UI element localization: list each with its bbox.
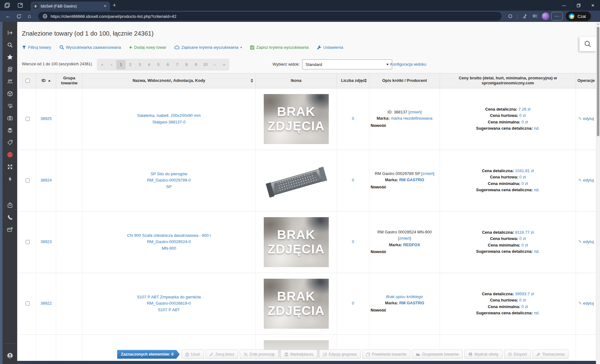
window-close-button[interactable]: ✕ — [586, 0, 600, 11]
row-checkbox[interactable] — [26, 302, 30, 306]
row-checkbox[interactable] — [26, 178, 30, 182]
price-hurt[interactable]: 0 zł — [519, 236, 526, 241]
scrollbar-thumb[interactable] — [597, 27, 599, 136]
vertical-scrollbar[interactable]: ▲ — [596, 22, 600, 364]
edit-button[interactable]: ✎edytuj — [578, 239, 594, 245]
page-next-button[interactable]: › — [210, 60, 219, 69]
browser-apps-icon[interactable] — [7, 226, 13, 233]
regions-globe-icon[interactable] — [7, 151, 13, 158]
favorites-star-icon[interactable] — [7, 54, 13, 61]
profile-avatar[interactable] — [541, 12, 551, 21]
orders-list-icon[interactable] — [7, 102, 13, 109]
extensions-icon[interactable] — [505, 12, 515, 21]
fullscreen-arrows-icon[interactable] — [7, 163, 13, 170]
edit-button[interactable]: ✎edytuj — [578, 177, 594, 183]
browser-tab[interactable]: IdoSell (F&B Gastro) ✕ — [31, 2, 110, 11]
page-button-4[interactable]: 4 — [144, 60, 154, 69]
brand-link[interactable]: REDFOX — [403, 242, 420, 247]
row-checkbox[interactable] — [26, 240, 30, 244]
tag-icon[interactable] — [7, 139, 13, 146]
no-photo-image[interactable]: BRAKZDJĘCIA — [264, 217, 329, 267]
quick-search-button[interactable] — [579, 37, 596, 51]
product-code2-link[interactable]: MN-900 — [162, 245, 176, 252]
tab-close-icon[interactable]: ✕ — [103, 4, 108, 8]
saved-criteria-link[interactable]: Zapisane kryteria wyszukiwania ▾ — [174, 45, 242, 50]
product-id-link[interactable]: 38923 — [40, 239, 52, 245]
photos-count-link[interactable]: 0 — [352, 177, 354, 183]
save-criteria-link[interactable]: Zapisz kryteria wyszukiwania — [250, 45, 309, 50]
search-icon[interactable] — [7, 42, 13, 48]
layers-icon[interactable] — [7, 127, 13, 134]
page-button-6[interactable]: 6 — [163, 60, 172, 69]
media-camera-icon[interactable] — [7, 115, 13, 122]
photos-count-link[interactable]: 0 — [352, 239, 354, 245]
favorites-icon[interactable] — [530, 12, 540, 21]
page-button-10[interactable]: 10 — [201, 60, 210, 69]
page-button-3[interactable]: 3 — [135, 60, 144, 69]
add-product-link[interactable]: + Dodaj nowy towar — [129, 45, 166, 50]
window-restore-button[interactable] — [571, 0, 586, 11]
window-minimize-button[interactable]: — — [557, 0, 571, 11]
export-button[interactable]: Eksport — [504, 350, 531, 359]
new-tab-button[interactable]: + — [110, 1, 119, 10]
sort-both-icon[interactable] — [364, 79, 367, 82]
marketplaces-button[interactable]: Marketplaces — [280, 350, 318, 359]
phone-icon[interactable] — [7, 214, 13, 221]
sort-both-icon[interactable] — [251, 79, 253, 82]
change-link[interactable]: zmień — [410, 110, 421, 114]
price-sug[interactable]: nd. — [534, 126, 539, 131]
page-last-button[interactable]: » — [219, 60, 229, 69]
header-name[interactable]: Nazwa, Widoczność, Adnotacja, Kody — [82, 73, 256, 88]
page-button-8[interactable]: 8 — [182, 60, 191, 69]
product-id-link[interactable]: 38922 — [40, 300, 52, 307]
brand-link[interactable]: RM GASTRO — [399, 177, 424, 182]
copilot-chat-button[interactable]: Czat — [566, 12, 591, 21]
group-products-button[interactable]: Grupowanie towarów — [412, 350, 462, 359]
view-config-link[interactable]: Konfiguracja widoku — [390, 62, 426, 67]
price-detal[interactable]: 7.26 zł — [518, 107, 530, 112]
finances-coins-icon[interactable] — [7, 66, 13, 73]
zero-quantities-button[interactable]: Zeruj ilości — [206, 350, 238, 359]
make-promotion-button[interactable]: Zrób promocję — [240, 350, 279, 359]
translations-button[interactable]: Tłumaczenia — [532, 350, 568, 359]
delete-button[interactable]: Usuń — [181, 350, 204, 359]
products-box-icon[interactable] — [7, 90, 13, 97]
tab-overview-icon[interactable] — [15, 1, 26, 10]
change-link[interactable]: zmień — [399, 236, 410, 241]
shop-bag-icon[interactable] — [7, 202, 13, 209]
page-button-2[interactable]: 2 — [126, 60, 135, 69]
no-photo-image[interactable]: BRAKZDJĘCIA — [264, 279, 329, 329]
header-id[interactable]: ID — [36, 73, 56, 88]
price-sug[interactable]: nd. — [534, 187, 539, 192]
page-button-1[interactable]: 1 — [116, 60, 126, 69]
url-text[interactable]: https://client66666.idosell.com/panel/pr… — [51, 14, 177, 19]
product-code-link[interactable]: RM_Gastro-00026819-0 — [147, 300, 191, 307]
expand-sidebar-icon[interactable] — [7, 29, 13, 36]
product-code-link[interactable]: RM_Gastro-00028524-0 — [147, 239, 191, 245]
browser-essentials-icon[interactable] — [519, 12, 529, 21]
page-button-7[interactable]: 7 — [172, 60, 182, 69]
product-code-link[interactable]: RM_Gastro-00029789-0 — [147, 177, 191, 183]
product-code2-link[interactable]: SP — [166, 184, 172, 190]
duplicate-products-button[interactable]: Powielanie towarów — [362, 350, 410, 359]
view-select[interactable]: Standard — [302, 59, 392, 69]
filter-products-link[interactable]: Filtruj towary — [22, 45, 51, 50]
price-sug[interactable]: nd. — [534, 311, 539, 315]
change-link[interactable]: zmień — [422, 171, 433, 176]
photos-count-link[interactable]: 0 — [352, 116, 354, 122]
select-all-checkbox[interactable] — [26, 79, 30, 83]
product-code2-link[interactable]: S107 P ABT — [158, 307, 180, 313]
group-edit-button[interactable]: Edycja grupowa — [319, 350, 361, 359]
page-prev-button[interactable]: ‹ — [107, 60, 116, 69]
edit-button[interactable]: ✎edytuj — [578, 300, 594, 307]
home-icon[interactable]: ⌂ — [24, 12, 34, 21]
advanced-search-link[interactable]: Wyszukiwarka zaawansowana — [59, 45, 121, 50]
price-min[interactable]: 0 zł — [522, 120, 528, 124]
price-sug[interactable]: nd. — [534, 249, 539, 254]
no-photo-image[interactable]: BRAKZDJĘCIA — [264, 94, 329, 144]
address-bar[interactable]: https://client66666.idosell.com/panel/pr… — [38, 12, 502, 21]
refresh-icon[interactable] — [14, 12, 24, 21]
price-min[interactable]: 0 zł — [522, 243, 528, 247]
product-name-link[interactable]: S107 P ABT Zmywarka do garnków — [137, 294, 201, 300]
account-user-icon[interactable] — [7, 352, 13, 359]
